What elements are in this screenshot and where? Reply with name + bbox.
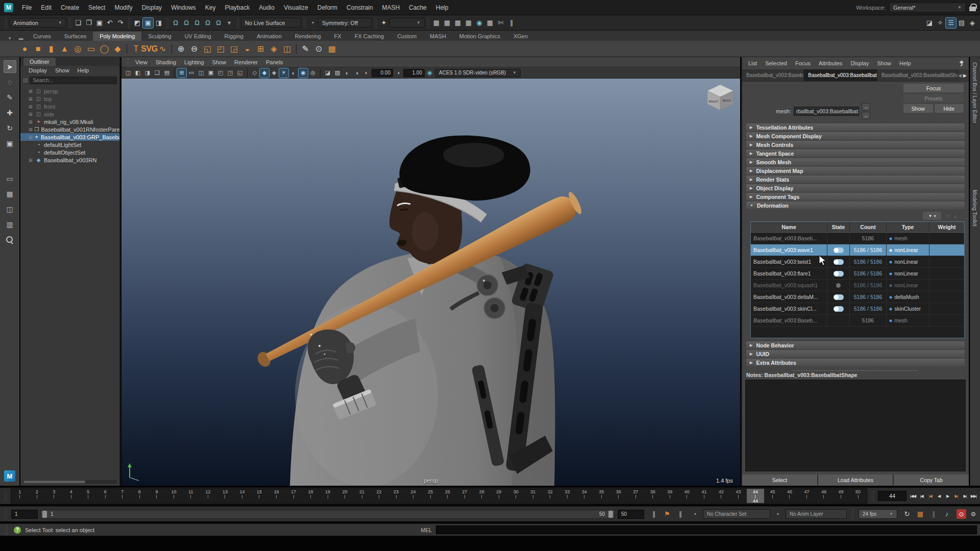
outliner-item-side[interactable]: ⊞◫side [20,110,119,118]
tab-scroll-right-icon[interactable]: ▶ [963,73,967,78]
cut-icon[interactable]: ✄ [496,18,506,28]
lasso-tool-icon[interactable]: ◌ [4,76,16,88]
move-tool-icon[interactable]: ✚ [4,106,16,119]
drag-grip[interactable] [851,509,854,519]
menu-shading[interactable]: Shading [152,58,180,66]
deformer-row-baseballbat-v003-baseb[interactable]: Baseballbat_v003:Baseb...5186◆mesh [751,233,964,244]
timeline-frame-13[interactable]: 13 [216,489,234,503]
drag-grip[interactable] [166,18,168,28]
snap-options-chevron-icon[interactable]: ▾ [224,18,234,28]
timeline-frame-33[interactable]: 33 [559,489,576,503]
colorspace-selector[interactable]: ACES 1.0 SDR-video (sRGB) ▼ [435,69,521,77]
timeline-frame-27[interactable]: 27 [456,489,473,503]
drag-grip[interactable] [128,18,130,28]
image-plane-icon[interactable]: ▤ [162,68,172,78]
scale-tool-icon[interactable]: ▣ [4,137,16,149]
grip-icon[interactable]: ∥ [928,509,939,519]
state-toggle[interactable] [834,271,844,277]
timeline-frame-39[interactable]: 39 [662,489,679,503]
section-smooth-mesh[interactable]: ▶Smooth Mesh [746,158,965,166]
step-back-frame-button[interactable]: |◀ [917,490,926,502]
timeline-frame-19[interactable]: 19 [319,489,336,503]
expand-icon[interactable]: ⊞ [29,96,33,102]
section-render-stats[interactable]: ▶Render Stats [746,176,965,183]
timeline-frame-21[interactable]: 21 [353,489,371,503]
poly-torus-icon[interactable]: ◎ [71,42,84,55]
column-header-weight[interactable]: Weight [929,222,964,232]
anim-layer-selector[interactable]: No Anim Layer [786,509,847,519]
attribute-editor-tab-baseballbat-v003-baseballbat[interactable]: Baseballbat_v003:Baseballbat [742,69,804,81]
outliner-item-baseballbat-v003-grp-baseballbat-rig[interactable]: ⊞✦Baseballbat_v003:GRP_Baseballbat_RIG [20,133,119,141]
fps-selector[interactable]: 24 fps ▼ [859,509,897,519]
outliner-item-baseballbat-v001rnfosterparent1[interactable]: ⊞❒Baseballbat_v001RNfosterParent1 [20,126,119,133]
timeline-ruler[interactable]: 1234567891011121314151617181920212223242… [11,488,867,504]
select-button[interactable]: Select [742,474,817,486]
playback-options-icon[interactable]: ∥ [649,509,659,519]
menu-help[interactable]: Help [431,3,453,13]
section-tessellation-attributes[interactable]: ▶Tessellation Attributes [746,123,965,131]
combine-icon[interactable]: ⊕ [175,42,187,55]
textured-icon[interactable]: ◈ [270,68,279,78]
input-connection-icon[interactable]: → [862,103,870,111]
rotate-tool-icon[interactable]: ↻ [4,121,16,134]
range-start-handle[interactable] [42,511,47,518]
poly-disc-icon[interactable]: ◯ [98,42,111,55]
drag-grip[interactable] [5,18,7,28]
drag-grip[interactable] [427,18,429,28]
extrude-icon[interactable]: ⊞ [254,42,267,55]
drag-grip[interactable] [303,18,306,28]
color-management-icon[interactable]: ◉ [425,68,434,78]
section-mesh-component-display[interactable]: ▶Mesh Component Display [746,132,965,140]
step-forward-frame-button[interactable]: ▶| [961,490,969,502]
move-deformer-up-icon[interactable]: ↑ [946,213,949,219]
play-backwards-button[interactable]: ◀ [935,490,943,502]
svg-tool-icon[interactable]: SVG [143,42,156,55]
menu-renderer[interactable]: Renderer [230,58,262,66]
drag-grip[interactable] [5,525,8,535]
snap-to-view-planes-icon[interactable]: Ω [213,18,224,28]
safe-title-icon[interactable]: ◱ [235,68,244,78]
section-deformation[interactable]: ▼ Deformation [746,202,965,209]
menu-windows[interactable]: Windows [166,3,201,13]
timeline-frame-15[interactable]: 15 [251,489,268,503]
gate-mask-icon[interactable]: ▣ [206,68,215,78]
drag-grip[interactable] [68,18,71,28]
step-back-key-button[interactable]: |◀ [926,490,935,502]
shelf-tab-sculpting[interactable]: Sculpting [141,32,178,41]
menu-help[interactable]: Help [895,59,915,67]
presets-button[interactable]: Presets [903,94,964,103]
timeline-frame-26[interactable]: 26 [439,489,456,503]
timeline-frame-44[interactable]: 4444 [747,489,764,503]
lock-camera-icon[interactable]: ◧ [133,68,142,78]
shaded-icon[interactable]: ◆ [260,68,269,78]
exposure-icon[interactable]: ◐ [342,68,352,78]
layer-editor-icon[interactable]: ◈ [967,18,977,28]
shelf-tab-rendering[interactable]: Rendering [288,32,328,41]
state-toggle[interactable] [834,294,844,300]
timeline-frame-43[interactable]: 43 [730,489,747,503]
mel-command-input[interactable] [436,525,977,534]
timeline-frame-10[interactable]: 10 [165,489,183,503]
redo-icon[interactable]: ↷ [115,18,126,28]
menu-key[interactable]: Key [201,3,220,13]
state-toggle[interactable] [834,306,844,312]
boolean-union-icon[interactable]: ◱ [201,42,214,55]
load-attributes-button[interactable]: Load Attributes [818,474,893,486]
current-frame-field[interactable]: 44 [878,491,906,501]
gamma-toggle-icon[interactable]: ◑ [394,68,403,78]
state-toggle[interactable] [834,247,844,253]
separate-icon[interactable]: ⊖ [188,42,201,55]
timeline-frame-35[interactable]: 35 [593,489,610,503]
timeline-frame-31[interactable]: 31 [524,489,542,503]
select-hierarchy-icon[interactable]: ◩ [132,18,142,28]
auto-keyframe-button[interactable]: ⊙ [957,509,966,519]
search-input[interactable]: Search... [30,77,117,84]
loop-playback-icon[interactable]: ↻ [902,509,912,519]
poly-cylinder-icon[interactable]: ▮ [45,42,58,55]
gamma-icon[interactable]: ◑ [352,68,361,78]
state-toggle[interactable] [834,283,844,288]
deformer-row-baseballbat-v003-flare1[interactable]: Baseballbat_v003:flare15186 / 5186◆nonLi… [751,268,964,280]
timeline-frame-45[interactable]: 45 [764,489,781,503]
deformer-row-baseballbat-v003-skincl[interactable]: Baseballbat_v003:skinCl...5186 / 5186◆sk… [751,303,964,315]
safe-action-icon[interactable]: ◳ [226,68,235,78]
